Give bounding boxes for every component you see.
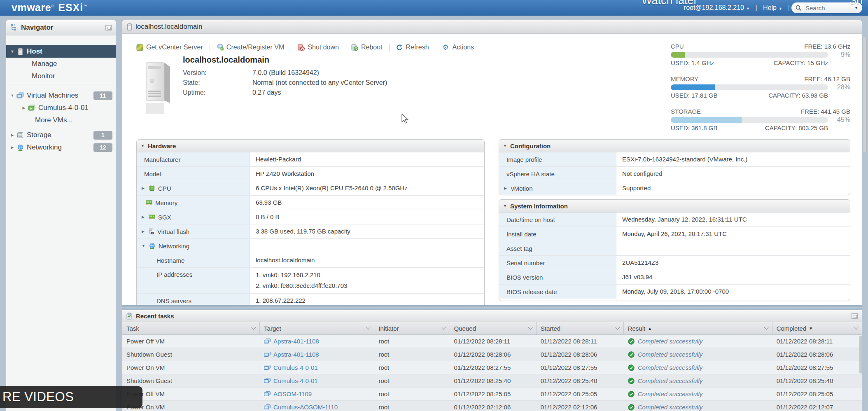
get-vcenter-server-button[interactable]: Get vCenter Server: [136, 44, 203, 51]
row-label: Model: [137, 167, 250, 181]
filter-chevron-icon[interactable]: [251, 325, 256, 329]
filter-chevron-icon[interactable]: [441, 325, 446, 329]
success-check-icon: [628, 364, 635, 371]
topbar-divider: |: [756, 4, 757, 12]
create-register-vm-button[interactable]: Create/Register VM: [217, 44, 285, 51]
gauge-label: MEMORY: [671, 75, 698, 82]
shut-down-button[interactable]: Shut down: [298, 44, 339, 51]
started-cell: 01/12/2022 08:27:55: [537, 361, 624, 374]
chevron-right-icon[interactable]: ▶: [142, 186, 146, 190]
column-header-completed[interactable]: Completed▼: [772, 322, 862, 334]
share-overlay[interactable]: Sh: [849, 0, 863, 7]
row-label: ▶ vMotion: [499, 181, 616, 195]
table-row: ▶ CPU 6 CPUs x Intel(R) Xeon(R) CPU E5-2…: [137, 181, 484, 196]
row-label: Serial number: [499, 256, 616, 270]
sidebar-item-label: More VMs...: [35, 116, 73, 124]
filter-chevron-icon[interactable]: [528, 325, 532, 329]
filter-chevron-icon[interactable]: [854, 325, 858, 329]
table-row: Hostname localhost.localdomain: [137, 253, 484, 268]
recent-tasks-title: Recent tasks: [136, 313, 174, 320]
success-check-icon: [628, 391, 635, 397]
completed-cell: 01/12/2022 08:28:11: [772, 335, 862, 348]
target-link[interactable]: Apstra-401-1108: [273, 338, 319, 345]
filter-chevron-icon[interactable]: [366, 325, 371, 329]
gauge-label: STORAGE: [671, 108, 701, 115]
main-vertical-scrollbar[interactable]: [862, 36, 867, 152]
result-cell: Completed successfully: [624, 335, 772, 348]
result-cell: Completed successfully: [624, 361, 772, 374]
recent-tasks-panel: Recent tasks Task Target Initiator Queue…: [122, 310, 862, 411]
chevron-right-icon[interactable]: ▶: [21, 106, 27, 110]
vm-powered-on-icon: [28, 105, 36, 111]
watch-later-overlay[interactable]: Watch later: [642, 0, 698, 7]
target-cell: Cumulus-AOSOM-1110: [260, 401, 374, 411]
actions-button[interactable]: ⚙ Actions: [443, 44, 474, 51]
sidebar-item-cumulus-vm[interactable]: ▶ Cumulus-4-0-01: [6, 102, 116, 114]
tasks-vertical-scrollbar[interactable]: [859, 336, 862, 374]
help-menu[interactable]: Help▼: [763, 4, 782, 12]
table-row: Install date Monday, April 26, 2021, 20:…: [499, 227, 850, 241]
success-check-icon: [628, 404, 635, 411]
target-link[interactable]: Cumulus-4-0-01: [273, 377, 318, 384]
row-label: Manufacturer: [137, 152, 250, 166]
completed-cell: 01/12/2022 08:25:05: [772, 388, 862, 400]
started-cell: 01/12/2022 02:12:06: [537, 401, 624, 411]
row-label: Image profile: [499, 152, 616, 166]
chevron-down-icon[interactable]: ▼: [9, 93, 15, 98]
system-information-panel-header[interactable]: ▼ System Information: [499, 200, 850, 213]
chevron-right-icon[interactable]: ▶: [504, 186, 508, 190]
column-header-queued[interactable]: Queued: [450, 322, 537, 334]
table-row: vSphere HA state Not configured: [499, 167, 850, 181]
horizontal-splitter[interactable]: [122, 305, 862, 311]
sidebar-item-more-vms[interactable]: More VMs...: [6, 114, 116, 126]
refresh-button[interactable]: Refresh: [396, 44, 429, 51]
sidebar-item-monitor[interactable]: Monitor: [6, 70, 116, 82]
result-cell: Completed successfully: [624, 348, 772, 361]
gauge-fill: [671, 52, 685, 58]
vm-icon: [264, 378, 271, 383]
configuration-panel-header[interactable]: ▼ Configuration: [499, 140, 850, 152]
gauge-percent: 9%: [832, 51, 850, 58]
result-text: Completed successfully: [638, 377, 703, 384]
target-link[interactable]: AOSOM-1109: [273, 390, 312, 397]
vm-icon: [264, 391, 271, 397]
search-input[interactable]: [805, 4, 849, 12]
chevron-right-icon[interactable]: ▶: [142, 215, 146, 219]
row-label: IP addresses: [137, 268, 250, 293]
target-link[interactable]: Apstra-401-1108: [273, 351, 319, 358]
chevron-down-icon[interactable]: ▼: [9, 49, 15, 54]
chevron-right-icon[interactable]: ▶: [142, 229, 146, 234]
filter-chevron-icon[interactable]: [615, 325, 620, 329]
sidebar-item-virtual-machines[interactable]: ▼ Virtual Machines 11: [6, 89, 116, 102]
column-header-task[interactable]: Task: [122, 322, 260, 334]
more-videos-overlay[interactable]: RE VIDEOS: [0, 386, 142, 408]
navigator-window-icon[interactable]: [105, 25, 112, 30]
column-header-initiator[interactable]: Initiator: [374, 322, 450, 334]
host-version-row: Version:7.0.0 (Build 16324942): [183, 69, 207, 77]
gear-icon: ⚙: [443, 44, 450, 51]
navigator-panel: Navigator ▼ Host Manage Monitor ▼ Virtua…: [6, 20, 116, 411]
result-text: Completed successfully: [638, 364, 703, 371]
chevron-down-icon[interactable]: ▼: [142, 244, 146, 248]
sidebar-item-storage[interactable]: ▶ Storage 1: [6, 129, 116, 141]
tasks-window-icon[interactable]: [852, 313, 858, 319]
filter-chevron-icon[interactable]: [764, 325, 768, 329]
started-cell: 01/12/2022 08:25:40: [537, 374, 624, 387]
sidebar-item-networking[interactable]: ▶ Networking 12: [6, 141, 116, 154]
target-link[interactable]: Cumulus-4-0-01: [273, 364, 318, 371]
chevron-right-icon[interactable]: ▶: [9, 133, 15, 137]
chevron-right-icon[interactable]: ▶: [9, 145, 15, 149]
column-header-result[interactable]: Result▲: [624, 322, 772, 334]
gauge-track: [671, 84, 828, 90]
reboot-button[interactable]: Reboot: [351, 44, 383, 51]
tab-host[interactable]: localhost.localdomain: [135, 23, 203, 31]
row-label: ▶ CPU: [137, 181, 250, 195]
column-header-target[interactable]: Target: [260, 322, 374, 334]
hardware-panel-header[interactable]: ▼ Hardware: [137, 140, 484, 152]
vcenter-icon: [136, 44, 143, 51]
sidebar-item-host[interactable]: ▼ Host: [6, 45, 116, 58]
sidebar-item-manage[interactable]: Manage: [6, 58, 116, 70]
table-row: Shutdown Guest Apstra-401-1108 root 01/1…: [122, 348, 862, 361]
target-link[interactable]: Cumulus-AOSOM-1110: [273, 404, 338, 411]
column-header-started[interactable]: Started: [537, 322, 624, 334]
